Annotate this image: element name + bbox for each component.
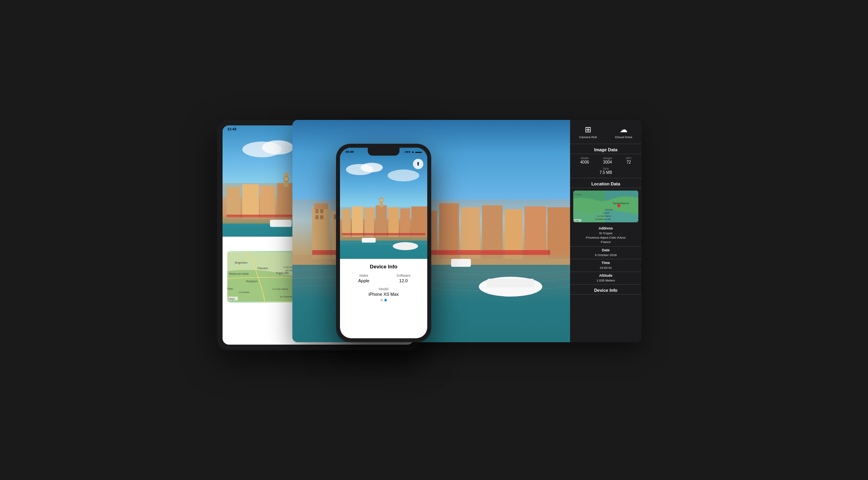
mini-map-svg: Fréjus Sainte-Maxime Grimaud Cogolin La … — [573, 191, 638, 222]
iphone-software-value: 12.0 — [385, 278, 422, 283]
width-item: Width 4006 — [580, 156, 589, 164]
icloud-drive-source[interactable]: ☁ iCloud Drive — [606, 123, 641, 141]
sidebar-time-section: Time 13:02:01 — [570, 259, 641, 272]
harbor-scene-svg — [292, 120, 570, 342]
svg-point-47 — [262, 140, 294, 154]
svg-rect-102 — [411, 206, 427, 237]
svg-text:Grimaud: Grimaud — [605, 208, 613, 211]
svg-text:Rocbaron: Rocbaron — [246, 280, 257, 283]
iphone-model-label: Model — [346, 287, 422, 291]
svg-rect-52 — [242, 184, 259, 219]
svg-text:Maps: Maps — [229, 297, 235, 301]
svg-text:Besse-sur-Issole: Besse-sur-Issole — [229, 272, 249, 275]
dot-1 — [380, 299, 383, 301]
dpi-value: 72 — [626, 160, 631, 164]
iphone-software-label: Software — [385, 274, 422, 278]
svg-rect-29 — [451, 259, 471, 267]
sidebar-device-info-header: Device Info — [570, 285, 641, 295]
icloud-icon: ☁ — [620, 125, 628, 134]
svg-rect-96 — [365, 207, 374, 237]
svg-rect-17 — [320, 215, 323, 219]
image-data-header: Image Data — [570, 144, 641, 154]
dpi-label: DPI — [626, 156, 631, 160]
sidebar-date-label: Date — [573, 248, 638, 252]
height-label: Height — [603, 156, 612, 160]
sidebar-address-line2: Provence-Alpes-Côte d'Azur — [573, 235, 638, 240]
svg-point-108 — [393, 242, 418, 250]
svg-text:Flassans: Flassans — [257, 267, 268, 270]
sidebar-altitude-section: Altitude 1.026 Meters — [570, 272, 641, 285]
svg-text:Fréjus: Fréjus — [574, 193, 582, 196]
iphone-photo-area: ⬆ — [340, 148, 427, 259]
svg-point-91 — [361, 163, 383, 172]
sidebar-altitude-value: 1.026 Meters — [573, 278, 638, 283]
location-data-header: Location Data — [570, 178, 641, 188]
iphone-make-item: Make Apple — [346, 274, 382, 283]
sidebar-date-value: 9 October 2018 — [573, 253, 638, 257]
height-value: 3004 — [603, 160, 612, 164]
scene: ⊞ Camera Roll ☁ iCloud Drive Image Data … — [217, 120, 651, 360]
svg-text:Le Lavandou: Le Lavandou — [280, 295, 293, 298]
svg-rect-95 — [352, 206, 363, 237]
svg-text:Pont: Pont — [227, 287, 233, 290]
svg-rect-2 — [314, 203, 328, 209]
svg-rect-53 — [260, 186, 275, 219]
svg-text:La Farlede: La Farlede — [238, 291, 249, 293]
width-value: 4006 — [580, 160, 589, 164]
iphone-notch — [368, 148, 399, 156]
dpi-item: DPI 72 — [626, 156, 631, 164]
svg-text:La Croix-Valmer: La Croix-Valmer — [597, 215, 611, 217]
iphone-make-label: Make — [346, 274, 382, 278]
svg-rect-94 — [342, 209, 351, 237]
image-data-group: Width 4006 Height 3004 DPI 72 Size 7.5 M… — [570, 154, 641, 178]
sidebar-date-section: Date 9 October 2018 — [570, 247, 641, 259]
macbook-photo — [292, 120, 570, 342]
iphone-model-value: iPhone XS Max — [346, 292, 422, 297]
iphone-software-item: Software 12.0 — [385, 274, 422, 283]
svg-point-99 — [379, 198, 383, 202]
iphone-signal: ●●● ▲ ▬▬ — [405, 150, 422, 154]
size-row: Size 7.5 MB — [573, 166, 638, 175]
svg-rect-106 — [362, 238, 376, 243]
svg-rect-97 — [376, 205, 387, 237]
svg-text:Cavalaire-sur-Mer: Cavalaire-sur-Mer — [595, 218, 611, 220]
iphone-page-dots — [346, 297, 422, 304]
svg-text:Legal: Legal — [574, 219, 579, 222]
svg-rect-104 — [340, 235, 427, 241]
svg-text:Sainte-Maxime: Sainte-Maxime — [613, 202, 629, 204]
sidebar-address-label: Address — [573, 226, 638, 230]
iphone-device: 09:49 ●●● ▲ ▬▬ — [336, 144, 431, 342]
iphone-model-item: Model iPhone XS Max — [346, 287, 422, 297]
image-dimensions-row: Width 4006 Height 3004 DPI 72 — [573, 156, 638, 164]
svg-rect-32 — [487, 279, 534, 287]
svg-rect-100 — [388, 207, 399, 237]
svg-text:Cogolin: Cogolin — [603, 212, 610, 214]
svg-rect-13 — [547, 207, 570, 259]
iphone-device-grid: Make Apple Software 12.0 — [346, 274, 422, 283]
dot-2 — [384, 299, 387, 301]
svg-text:Brignoles: Brignoles — [235, 261, 248, 264]
size-label: Size — [573, 167, 638, 170]
svg-point-36 — [617, 204, 620, 207]
svg-rect-66 — [270, 220, 292, 227]
width-label: Width — [580, 156, 589, 160]
size-value: 7.5 MB — [573, 170, 638, 175]
sidebar-address-section: Address St Tropez Provence-Alpes-Côte d'… — [570, 225, 641, 247]
iphone-time: 09:49 — [346, 150, 353, 154]
sidebar-address-line3: France — [573, 240, 638, 244]
svg-rect-16 — [315, 215, 319, 219]
height-item: Height 3004 — [603, 156, 612, 164]
svg-rect-101 — [400, 208, 410, 237]
sidebar-time-label: Time — [573, 261, 638, 265]
camera-roll-icon: ⊞ — [585, 125, 591, 134]
svg-rect-25 — [292, 265, 570, 342]
iphone-screen: 09:49 ●●● ▲ ▬▬ — [340, 148, 427, 338]
ipad-time: 11:42 — [227, 127, 236, 131]
iphone-device-info-title: Device Info — [346, 264, 422, 270]
iphone-share-button[interactable]: ⬆ — [413, 159, 423, 169]
sidebar-sources: ⊞ Camera Roll ☁ iCloud Drive — [570, 120, 641, 144]
camera-roll-source[interactable]: ⊞ Camera Roll — [570, 123, 606, 141]
svg-point-92 — [388, 170, 419, 181]
iphone-make-value: Apple — [346, 278, 382, 283]
icloud-label: iCloud Drive — [615, 135, 632, 139]
